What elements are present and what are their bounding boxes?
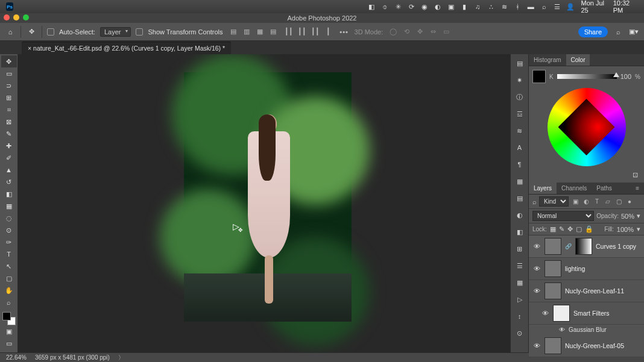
gradient-tool[interactable]: ▦ <box>1 200 17 212</box>
layer-row[interactable]: 👁Nucly-Green-Leaf-11 <box>529 280 644 302</box>
zoom-value[interactable]: 22.64% <box>6 354 27 361</box>
filter-thumbnail[interactable] <box>553 305 570 322</box>
blend-mode-select[interactable]: Normal <box>532 211 594 221</box>
strip-icon[interactable]: ↕ <box>514 311 525 322</box>
eye-icon[interactable]: 👁 <box>532 243 541 250</box>
eraser-tool[interactable]: ◧ <box>1 188 17 200</box>
menubar-time[interactable]: 10:32 PM <box>610 0 638 14</box>
status-icon[interactable]: ▮ <box>460 2 469 11</box>
status-icon[interactable]: ▣ <box>447 2 455 11</box>
window-zoom[interactable] <box>23 14 29 20</box>
strip-icon[interactable]: ⊙ <box>514 328 525 339</box>
layer-thumbnail[interactable] <box>545 282 561 299</box>
status-icon[interactable]: ◉ <box>420 2 429 11</box>
history-brush-tool[interactable]: ↺ <box>1 176 17 188</box>
chevron-down-icon[interactable]: ▾ <box>637 212 640 220</box>
color-swatch[interactable] <box>2 312 16 325</box>
layer-thumbnail[interactable] <box>545 337 561 354</box>
shape-tool[interactable]: ▢ <box>1 272 17 284</box>
strip-icon[interactable]: ▦ <box>514 277 525 288</box>
align-left-icon[interactable]: ▤ <box>228 27 239 37</box>
status-icon[interactable]: ⛬ <box>487 2 495 11</box>
stamp-tool[interactable]: ▲ <box>1 164 17 176</box>
menubar-date[interactable]: Mon Jul 25 <box>577 0 609 14</box>
healing-tool[interactable]: ✚ <box>1 140 17 152</box>
frame-tool[interactable]: ⊠ <box>1 116 17 128</box>
strip-icon[interactable]: ▤ <box>514 193 525 204</box>
expand-icon[interactable]: ⊡ <box>633 171 638 178</box>
eye-icon[interactable]: 👁 <box>532 342 541 349</box>
filter-adj-icon[interactable]: ◐ <box>582 198 590 205</box>
distribute-icon[interactable]: ┃ <box>323 27 334 37</box>
filter-kind-select[interactable]: Kind <box>539 196 569 207</box>
layer-name[interactable]: lighting <box>565 265 585 272</box>
lock-trans-icon[interactable]: ▦ <box>550 225 556 233</box>
eye-icon[interactable]: 👁 <box>559 326 565 333</box>
tab-channels[interactable]: Channels <box>557 183 592 194</box>
share-button[interactable]: Share <box>578 27 608 37</box>
hand-tool[interactable]: ✋ <box>1 284 17 296</box>
strip-icon[interactable]: ▦ <box>514 176 525 187</box>
search-icon[interactable]: ⌕ <box>613 27 623 37</box>
layer-row[interactable]: 👁lighting <box>529 258 644 280</box>
pen-tool[interactable]: ✑ <box>1 236 17 248</box>
chevron-down-icon[interactable]: ▾ <box>637 225 640 233</box>
document-canvas[interactable] <box>184 72 352 322</box>
lock-pos-icon[interactable]: ✥ <box>567 225 573 233</box>
zoom-tool[interactable]: ⌕ <box>1 296 17 308</box>
show-transform-checkbox[interactable] <box>136 28 143 36</box>
eye-icon[interactable]: 👁 <box>532 287 541 295</box>
move-tool[interactable]: ✥ <box>1 55 17 67</box>
strip-icon[interactable]: ☲ <box>514 108 525 119</box>
layer-name[interactable]: Nucly-Green-Leaf-05 <box>565 342 624 349</box>
filter-type-icon[interactable]: T <box>593 198 601 205</box>
canvas-area[interactable]: ▷✥ <box>18 54 510 352</box>
layer-row[interactable]: 👁Nucly-Green-Leaf-05 <box>529 335 644 357</box>
auto-select-checkbox[interactable] <box>47 28 54 36</box>
workspace-icon[interactable]: ▣▾ <box>628 27 639 37</box>
path-tool[interactable]: ↖ <box>1 260 17 272</box>
layer-name[interactable]: Smart Filters <box>573 310 610 317</box>
window-minimize[interactable] <box>13 14 19 20</box>
layer-thumbnail[interactable] <box>545 238 561 255</box>
layer-row[interactable]: 👁🔗Curves 1 copy <box>529 236 644 258</box>
battery-icon[interactable]: ▬ <box>526 2 535 11</box>
status-icon[interactable]: ◧ <box>367 2 376 11</box>
status-icon[interactable]: ⟳ <box>407 2 415 11</box>
align-top-icon[interactable]: ▤ <box>268 27 279 37</box>
search-icon[interactable]: ⌕ <box>540 2 548 11</box>
type-tool[interactable]: T <box>1 248 17 260</box>
distribute-icon[interactable]: ┃┃ <box>283 27 294 37</box>
filter-shape-icon[interactable]: ▱ <box>604 198 612 205</box>
lasso-tool[interactable]: ⊃ <box>1 80 17 92</box>
marquee-tool[interactable]: ▭ <box>1 67 17 80</box>
opacity-value[interactable]: 50% <box>621 213 634 220</box>
strip-icon[interactable]: A <box>514 142 525 153</box>
auto-select-target[interactable]: Layer <box>100 27 131 37</box>
link-icon[interactable]: 🔗 <box>565 243 572 249</box>
wifi-icon[interactable]: ≋ <box>500 2 508 11</box>
filter-toggle[interactable]: ● <box>625 198 634 205</box>
document-tab[interactable]: × nature_Kat_-66-Edit.psd @ 22.6% (Curve… <box>22 42 231 54</box>
foreground-swatch[interactable] <box>532 70 546 83</box>
status-icon[interactable]: ◐ <box>434 2 442 11</box>
screenmode-tool[interactable]: ▭ <box>1 337 17 349</box>
home-icon[interactable]: ⌂ <box>5 27 16 37</box>
more-options-icon[interactable]: ••• <box>339 27 350 37</box>
strip-icon[interactable]: ✷ <box>514 75 525 86</box>
tab-color[interactable]: Color <box>566 54 590 66</box>
tab-histogram[interactable]: Histogram <box>529 54 566 66</box>
layer-row[interactable]: 👁Smart Filters <box>529 302 644 325</box>
layer-name[interactable]: Nucly-Green-Leaf-11 <box>565 287 624 295</box>
panel-menu-icon[interactable]: ≡ <box>631 183 644 194</box>
fill-value[interactable]: 100% <box>617 226 634 233</box>
color-wheel[interactable] <box>548 88 626 166</box>
strip-icon[interactable]: ¶ <box>514 159 525 170</box>
eye-icon[interactable]: 👁 <box>532 265 541 272</box>
distribute-icon[interactable]: ┃┃ <box>310 27 321 37</box>
distribute-icon[interactable]: ┃┃ <box>297 27 308 37</box>
strip-icon[interactable]: ◧ <box>514 226 525 237</box>
status-arrow-icon[interactable]: 〉 <box>118 354 124 362</box>
filter-smart-icon[interactable]: ▢ <box>614 198 623 205</box>
strip-icon[interactable]: ▷ <box>514 294 525 305</box>
